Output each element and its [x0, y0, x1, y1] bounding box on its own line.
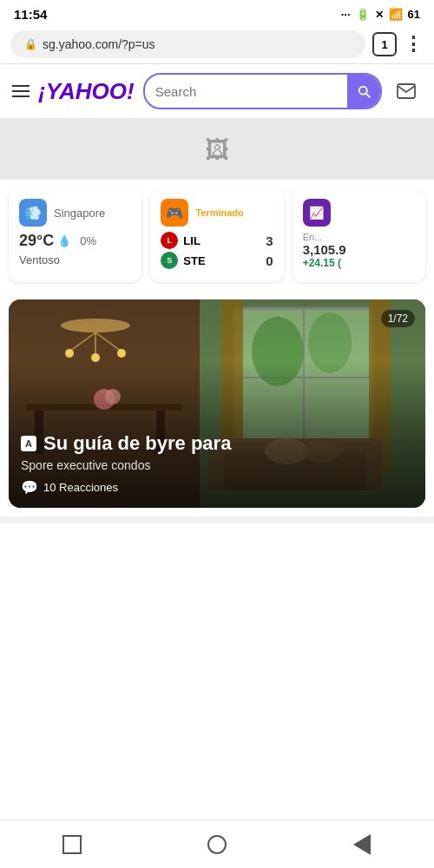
wind-icon: 💨: [24, 205, 42, 221]
close-icon: ✕: [375, 9, 384, 21]
empty-area: [0, 516, 434, 707]
tab-count[interactable]: 1: [372, 32, 397, 56]
url-text: sg.yahoo.com/?p=us: [43, 37, 155, 51]
signal-icon: ···: [341, 8, 351, 21]
battery-save-icon: 🔋: [356, 8, 370, 21]
ste-logo: S: [161, 252, 178, 269]
news-badge: 1/72: [381, 310, 415, 327]
news-card[interactable]: 1/72 A Su guía de byre para Spore execut…: [9, 299, 425, 508]
sport-status: Terminado: [195, 207, 243, 218]
news-content: A Su guía de byre para Spore executive c…: [9, 420, 425, 508]
weather-rain: 0%: [80, 234, 96, 247]
team2-score: 0: [266, 253, 273, 268]
finance-icon: 📈: [303, 199, 331, 227]
back-button[interactable]: [348, 831, 376, 858]
lil-logo: L: [161, 232, 178, 249]
yahoo-header: ¡YAHOO!: [0, 64, 434, 119]
news-subtitle: Spore executive condos: [21, 458, 413, 472]
status-time: 11:54: [14, 7, 47, 22]
news-reactions: 💬 10 Reacciones: [21, 479, 413, 496]
lock-icon: 🔒: [24, 38, 37, 50]
search-bar[interactable]: [143, 73, 382, 109]
more-menu-button[interactable]: ⋮: [404, 33, 424, 56]
news-title: Su guía de byre para: [43, 432, 231, 455]
sport-team1-row: L LIL 3: [161, 232, 273, 249]
wifi-icon: 📶: [389, 8, 403, 21]
weather-temp: 29°C: [19, 232, 54, 250]
stop-button[interactable]: [58, 831, 86, 858]
hamburger-menu-button[interactable]: [12, 85, 30, 97]
weather-desc: Ventoso: [19, 253, 131, 266]
chat-icon: 💬: [21, 479, 38, 496]
reactions-count: 10 Reacciones: [43, 481, 118, 494]
search-button[interactable]: [347, 75, 380, 108]
sports-icon: 🎮: [161, 199, 188, 227]
back-icon: [353, 834, 371, 855]
mail-icon: [396, 81, 417, 102]
weather-city: Singapore: [54, 207, 105, 220]
team2-name: STE: [183, 254, 205, 267]
file-broken-icon: 🖼: [205, 135, 229, 164]
news-a-badge: A: [21, 436, 36, 451]
sport-team2-row: S STE 0: [161, 252, 273, 269]
finance-label: En...: [303, 232, 415, 242]
weather-widget[interactable]: 💨 Singapore 29°C 💧 0% Ventoso: [9, 188, 141, 282]
finance-change: +24.15 (: [303, 257, 415, 269]
search-input[interactable]: [145, 78, 347, 105]
yahoo-logo: ¡YAHOO!: [38, 78, 135, 105]
news-section: 1/72 A Su guía de byre para Spore execut…: [0, 291, 434, 516]
battery-level: 61: [408, 8, 420, 21]
sports-widget[interactable]: 🎮 Terminado L LIL 3 S STE 0: [150, 188, 283, 282]
finance-widget[interactable]: 📈 En... 3,105.9 +24.15 (: [293, 188, 425, 282]
stop-icon: [62, 835, 82, 854]
bottom-nav: [0, 819, 434, 868]
team1-name: LIL: [183, 234, 201, 247]
home-icon: [207, 835, 227, 854]
widget-row: 💨 Singapore 29°C 💧 0% Ventoso 🎮 Terminad…: [0, 180, 434, 291]
finance-value: 3,105.9: [303, 242, 415, 257]
browser-bar: 🔒 sg.yahoo.com/?p=us 1 ⋮: [0, 25, 434, 64]
url-bar[interactable]: 🔒 sg.yahoo.com/?p=us: [10, 30, 365, 58]
status-icons: ··· 🔋 ✕ 📶 61: [341, 8, 420, 21]
home-button[interactable]: [203, 831, 231, 858]
weather-icon: 💨: [19, 199, 47, 227]
grey-banner: 🖼: [0, 119, 434, 180]
team1-score: 3: [266, 233, 273, 248]
status-bar: 11:54 ··· 🔋 ✕ 📶 61: [0, 0, 434, 25]
search-icon: [356, 83, 372, 99]
mail-button[interactable]: [391, 76, 422, 107]
raindrop-icon: 💧: [57, 234, 71, 247]
